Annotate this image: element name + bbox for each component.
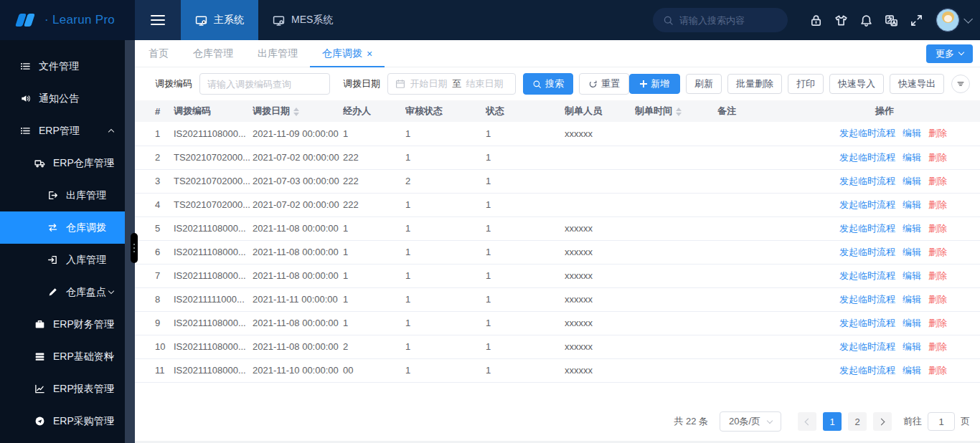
sidebar-item-speaker[interactable]: 通知公告 bbox=[0, 82, 125, 115]
global-search[interactable] bbox=[653, 8, 788, 32]
start-temp-flow-link[interactable]: 发起临时流程 bbox=[839, 247, 895, 257]
delete-link[interactable]: 删除 bbox=[928, 341, 947, 352]
start-temp-flow-link[interactable]: 发起临时流程 bbox=[839, 152, 895, 163]
start-temp-flow-link[interactable]: 发起临时流程 bbox=[839, 294, 895, 305]
delete-link[interactable]: 删除 bbox=[928, 223, 947, 234]
start-temp-flow-link[interactable]: 发起临时流程 bbox=[839, 176, 895, 186]
delete-link[interactable]: 删除 bbox=[928, 318, 947, 328]
system-tab-mes[interactable]: MES系统 bbox=[258, 0, 347, 40]
sidebar-item-send[interactable]: ERP采购管理 bbox=[0, 405, 125, 437]
tab-home[interactable]: 首页 bbox=[136, 40, 181, 67]
start-temp-flow-link[interactable]: 发起临时流程 bbox=[839, 223, 895, 234]
page-size-select[interactable]: 20条/页 bbox=[720, 411, 781, 432]
cell-creator: xxxxxx bbox=[565, 287, 635, 311]
table-row[interactable]: 5IS20211108000...2021-11-08 00:00:00111x… bbox=[135, 216, 980, 240]
delete-link[interactable]: 删除 bbox=[928, 176, 947, 186]
start-temp-flow-link[interactable]: 发起临时流程 bbox=[839, 199, 895, 210]
edit-link[interactable]: 编辑 bbox=[903, 341, 921, 352]
sidebar-item-list[interactable]: ERP管理 bbox=[0, 115, 125, 147]
end-date-placeholder[interactable]: 结束日期 bbox=[461, 77, 508, 90]
table-row[interactable]: 7IS20211108000...2021-11-08 00:00:00111x… bbox=[135, 264, 980, 287]
tab-transfer[interactable]: 仓库调拨 × bbox=[310, 40, 385, 67]
edit-link[interactable]: 编辑 bbox=[903, 294, 921, 305]
fullscreen-icon[interactable] bbox=[910, 14, 923, 27]
global-search-input[interactable] bbox=[679, 15, 773, 26]
lock-icon[interactable] bbox=[809, 14, 823, 27]
reset-button[interactable]: 重置 bbox=[579, 73, 629, 95]
sidebar-item-pencil[interactable]: 仓库盘点 bbox=[0, 276, 125, 308]
delete-link[interactable]: 删除 bbox=[928, 247, 947, 257]
column-header-create_time[interactable]: 制单时间 bbox=[635, 100, 717, 122]
sidebar-item-list[interactable]: 文件管理 bbox=[0, 50, 125, 82]
sort-icon[interactable] bbox=[676, 108, 682, 116]
user-menu-chevron-icon[interactable] bbox=[963, 14, 973, 24]
tab-warehouse[interactable]: 仓库管理 bbox=[181, 40, 245, 67]
quick-import-button[interactable]: 快速导入 bbox=[829, 74, 884, 94]
page-button-2[interactable]: 2 bbox=[848, 412, 867, 431]
prev-page-button[interactable] bbox=[798, 412, 816, 431]
start-date-placeholder[interactable]: 开始日期 bbox=[405, 77, 452, 90]
sidebar-item-truck[interactable]: ERP仓库管理 bbox=[0, 147, 125, 179]
edit-link[interactable]: 编辑 bbox=[903, 176, 921, 186]
menu-toggle-button[interactable] bbox=[135, 0, 181, 40]
more-button[interactable]: 更多 bbox=[926, 44, 973, 63]
sidebar-item-layers[interactable]: ERP基础资料 bbox=[0, 340, 125, 373]
start-temp-flow-link[interactable]: 发起临时流程 bbox=[839, 128, 895, 138]
edit-link[interactable]: 编辑 bbox=[903, 152, 921, 163]
column-filter-button[interactable] bbox=[951, 75, 970, 93]
edit-link[interactable]: 编辑 bbox=[903, 247, 921, 257]
code-filter-input[interactable] bbox=[199, 73, 330, 95]
table-row[interactable]: 4TS20210702000...2021-07-02 00:00:002221… bbox=[135, 193, 980, 216]
delete-link[interactable]: 删除 bbox=[928, 294, 947, 305]
delete-link[interactable]: 删除 bbox=[928, 270, 947, 281]
system-tab-main[interactable]: 主系统 bbox=[181, 0, 258, 40]
start-temp-flow-link[interactable]: 发起临时流程 bbox=[839, 270, 895, 281]
tab-outbound[interactable]: 出库管理 bbox=[245, 40, 310, 67]
sidebar-item-export[interactable]: 出库管理 bbox=[0, 179, 125, 211]
batch-delete-button[interactable]: 批量删除 bbox=[727, 74, 782, 94]
goto-page-input[interactable] bbox=[928, 412, 955, 431]
sidebar-item-chart[interactable]: ERP报表管理 bbox=[0, 373, 125, 405]
add-button[interactable]: 新增 bbox=[629, 74, 680, 94]
delete-link[interactable]: 删除 bbox=[928, 365, 947, 376]
sidebar-item-import[interactable]: 入库管理 bbox=[0, 244, 125, 276]
refresh-button[interactable]: 刷新 bbox=[686, 74, 722, 94]
date-range-picker[interactable]: 开始日期 至 结束日期 bbox=[387, 73, 516, 95]
edit-link[interactable]: 编辑 bbox=[903, 365, 921, 376]
edit-link[interactable]: 编辑 bbox=[903, 318, 921, 328]
search-button[interactable]: 搜索 bbox=[523, 73, 573, 95]
edit-link[interactable]: 编辑 bbox=[903, 199, 921, 210]
edit-link[interactable]: 编辑 bbox=[903, 128, 921, 138]
delete-link[interactable]: 删除 bbox=[928, 199, 947, 210]
edit-link[interactable]: 编辑 bbox=[903, 223, 921, 234]
edit-link[interactable]: 编辑 bbox=[903, 270, 921, 281]
start-temp-flow-link[interactable]: 发起临时流程 bbox=[839, 365, 895, 376]
close-icon[interactable]: × bbox=[367, 49, 372, 59]
sort-icon[interactable] bbox=[293, 108, 299, 116]
table-row[interactable]: 8IS20211111000...2021-11-11 00:00:00111x… bbox=[135, 287, 980, 311]
sidebar-resize-handle[interactable] bbox=[131, 233, 138, 263]
table-row[interactable]: 9IS20211108000...2021-11-08 00:00:00111x… bbox=[135, 311, 980, 335]
table-row[interactable]: 10IS20211108000...2021-11-08 00:00:00211… bbox=[135, 335, 980, 358]
quick-export-button[interactable]: 快速导出 bbox=[890, 74, 944, 94]
sidebar-item-briefcase[interactable]: ERP财务管理 bbox=[0, 308, 125, 340]
start-temp-flow-link[interactable]: 发起临时流程 bbox=[839, 318, 895, 328]
column-header-date[interactable]: 调拨日期 bbox=[253, 100, 343, 122]
table-row[interactable]: 3TS20210702000...2021-07-03 00:00:002222… bbox=[135, 169, 980, 193]
theme-icon[interactable] bbox=[834, 14, 848, 27]
table-row[interactable]: 11IS20211108000...2021-11-10 00:00:00001… bbox=[135, 358, 980, 382]
table-row[interactable]: 1IS20211108000...2021-11-09 00:00:00111x… bbox=[135, 122, 980, 146]
delete-link[interactable]: 删除 bbox=[928, 152, 947, 163]
table-row[interactable]: 2TS20210702000...2021-07-02 00:00:002221… bbox=[135, 146, 980, 169]
bell-icon[interactable] bbox=[859, 14, 873, 27]
translate-icon[interactable] bbox=[885, 14, 898, 27]
delete-link[interactable]: 删除 bbox=[928, 128, 947, 138]
next-page-button[interactable] bbox=[873, 412, 892, 431]
avatar[interactable] bbox=[936, 9, 959, 32]
table-row[interactable]: 6IS20211108000...2021-11-08 00:00:00111x… bbox=[135, 240, 980, 264]
print-button[interactable]: 打印 bbox=[788, 74, 824, 94]
start-temp-flow-link[interactable]: 发起临时流程 bbox=[839, 341, 895, 352]
cell-index: 2 bbox=[135, 146, 174, 169]
sidebar-item-transfer[interactable]: 仓库调拨 bbox=[0, 211, 125, 244]
page-button-1[interactable]: 1 bbox=[823, 412, 842, 431]
